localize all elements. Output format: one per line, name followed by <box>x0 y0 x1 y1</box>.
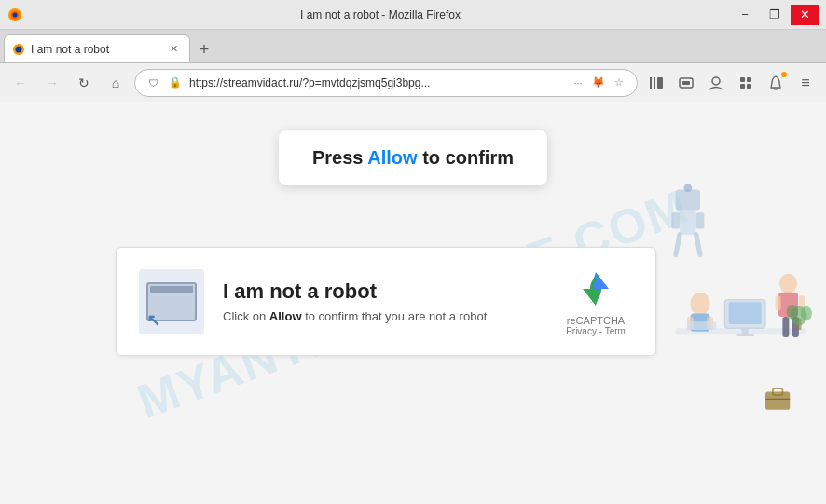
extensions-icon <box>737 75 754 91</box>
svg-rect-13 <box>740 84 745 89</box>
recaptcha-label: reCAPTCHA <box>567 315 625 326</box>
svg-rect-14 <box>747 84 751 89</box>
svg-rect-15 <box>676 189 700 210</box>
svg-rect-26 <box>737 334 754 336</box>
nav-bar: ← → ↻ ⌂ 🛡 🔒 https://streamvidact.ru/?p=m… <box>0 63 826 102</box>
bookmark-icon[interactable]: ☆ <box>611 75 627 91</box>
restore-button[interactable]: ❐ <box>761 5 789 25</box>
svg-rect-11 <box>740 77 745 82</box>
svg-rect-7 <box>657 77 663 89</box>
robot-card-icon: ↖ <box>139 269 204 334</box>
svg-rect-24 <box>729 302 762 324</box>
close-button[interactable]: ✕ <box>791 5 819 25</box>
recaptcha-links: Privacy - Term <box>566 326 626 336</box>
svg-rect-6 <box>654 77 655 89</box>
svg-rect-25 <box>742 328 749 334</box>
recaptcha-logo-icon <box>573 266 618 311</box>
new-tab-button[interactable]: + <box>190 36 218 62</box>
svg-rect-17 <box>680 210 696 234</box>
container-icon: 🦊 <box>590 75 607 91</box>
svg-rect-12 <box>747 77 751 82</box>
library-button[interactable] <box>643 70 669 96</box>
subtitle-suffix: to confirm that you are not a robot <box>302 309 488 323</box>
svg-line-20 <box>676 234 680 254</box>
svg-point-41 <box>801 306 812 320</box>
subtitle-prefix: Click on <box>223 309 269 323</box>
tab-bar: I am not a robot ✕ + <box>0 30 826 63</box>
shield-icon: 🛡 <box>145 75 161 91</box>
office-scene-svg <box>649 173 817 434</box>
menu-button[interactable]: ≡ <box>792 70 819 96</box>
tab-close-button[interactable]: ✕ <box>165 41 182 58</box>
office-illustration <box>640 102 826 504</box>
svg-rect-33 <box>776 295 781 310</box>
synced-tabs-icon <box>678 75 695 91</box>
lock-icon: 🔒 <box>167 75 184 91</box>
arrow-icon: ↖ <box>146 310 160 331</box>
svg-point-31 <box>779 273 797 293</box>
svg-point-40 <box>787 304 798 319</box>
svg-rect-19 <box>696 212 705 229</box>
address-bar[interactable]: 🛡 🔒 https://streamvidact.ru/?p=mvtdqzjsm… <box>134 69 638 97</box>
robot-card-title: I am not a robot <box>223 279 540 304</box>
subtitle-allow-word: Allow <box>269 309 302 323</box>
svg-rect-9 <box>682 81 690 85</box>
active-tab[interactable]: I am not a robot ✕ <box>4 34 190 62</box>
svg-rect-35 <box>782 317 789 337</box>
forward-button[interactable]: → <box>39 70 65 96</box>
firefox-icon <box>7 7 22 22</box>
library-icon <box>648 75 665 91</box>
back-button[interactable]: ← <box>7 70 34 96</box>
address-bar-icons: ··· 🦊 ☆ <box>570 75 627 91</box>
notification-icon <box>767 75 784 91</box>
svg-point-27 <box>691 292 710 315</box>
svg-rect-5 <box>650 77 652 89</box>
more-options-icon[interactable]: ··· <box>570 75 586 91</box>
window-controls: − ❐ ✕ <box>731 5 819 25</box>
window-title: I am not a robot - Mozilla Firefox <box>30 8 731 21</box>
minimize-button[interactable]: − <box>731 5 759 25</box>
page-content: MYANTISPYWARE.COM <box>0 102 826 504</box>
svg-point-16 <box>684 184 693 192</box>
notification-button[interactable] <box>763 70 789 96</box>
title-bar: I am not a robot - Mozilla Firefox − ❐ ✕ <box>0 0 826 30</box>
extensions-button[interactable] <box>733 70 759 96</box>
account-button[interactable] <box>703 70 729 96</box>
svg-rect-37 <box>688 321 717 330</box>
robot-card-text: I am not a robot Click on Allow to confi… <box>223 279 540 323</box>
svg-rect-18 <box>671 212 680 229</box>
tab-label: I am not a robot <box>31 43 159 56</box>
synced-tabs-button[interactable] <box>673 70 699 96</box>
svg-point-2 <box>13 12 18 17</box>
nav-right-icons: ≡ <box>643 70 819 96</box>
press-allow-box: Press Allow to confirm <box>279 130 547 185</box>
account-icon <box>708 75 724 91</box>
svg-point-4 <box>16 46 22 52</box>
svg-line-21 <box>696 234 700 254</box>
tab-favicon-icon <box>12 43 25 56</box>
home-button[interactable]: ⌂ <box>103 70 129 96</box>
robot-card: ↖ I am not a robot Click on Allow to con… <box>116 247 656 356</box>
press-allow-suffix: to confirm <box>418 147 514 168</box>
robot-card-subtitle: Click on Allow to confirm that you are n… <box>223 309 540 323</box>
svg-point-10 <box>712 77 720 85</box>
press-allow-word: Allow <box>367 147 417 168</box>
reload-button[interactable]: ↻ <box>71 70 97 96</box>
url-text: https://streamvidact.ru/?p=mvtdqzjsmq5gi… <box>189 76 564 89</box>
recaptcha-area: reCAPTCHA Privacy - Term <box>558 266 633 336</box>
press-allow-prefix: Press <box>312 147 367 168</box>
